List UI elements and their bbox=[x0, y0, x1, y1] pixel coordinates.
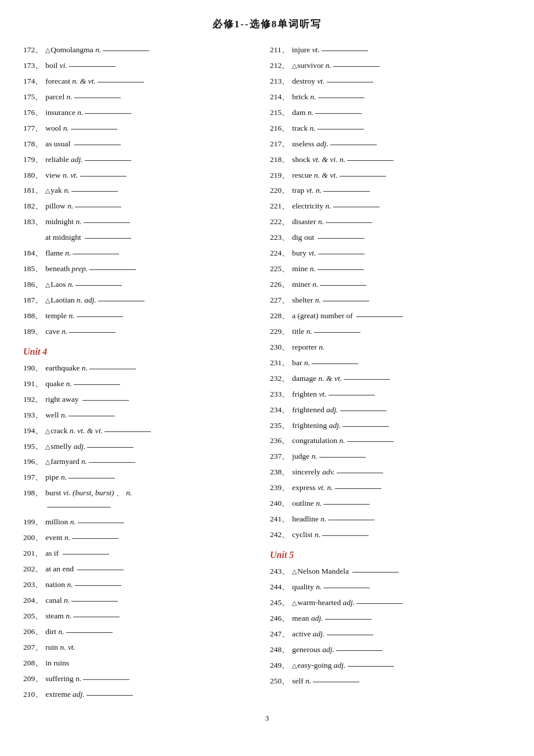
answer-line bbox=[103, 51, 149, 51]
entry-number: 211、 bbox=[270, 44, 290, 57]
list-item: 179、reliable adj. bbox=[23, 153, 264, 167]
entry-text: pillow n. bbox=[45, 200, 264, 213]
entry-text: Nelson Mandela bbox=[292, 565, 511, 578]
entry-number: 232、 bbox=[270, 372, 290, 386]
entry-text: rescue n. & vt. bbox=[292, 169, 511, 182]
entry-number: 229、 bbox=[270, 325, 290, 339]
list-item: 211、injure vt. bbox=[270, 44, 511, 57]
entry-text: judge n. bbox=[292, 450, 511, 463]
entry-number: 193、 bbox=[23, 409, 43, 422]
list-item: 194、crack n. vt. & vi. bbox=[23, 424, 264, 438]
answer-line bbox=[333, 66, 380, 67]
entry-text: bar n. bbox=[292, 357, 511, 370]
answer-line bbox=[333, 207, 380, 207]
triangle-icon bbox=[292, 661, 297, 669]
entry-number: 223、 bbox=[270, 231, 290, 244]
entry-text: as if bbox=[45, 547, 264, 560]
entry-text: shelter n. bbox=[292, 294, 511, 307]
list-item: 198、 burst vi. (burst, burst) 、 n. bbox=[23, 487, 264, 513]
list-item: 235、frightening adj. bbox=[270, 419, 511, 433]
entry-number: 188、 bbox=[23, 309, 43, 323]
triangle-icon bbox=[45, 45, 50, 54]
entry-number: 204、 bbox=[23, 594, 43, 607]
answer-line bbox=[337, 473, 383, 473]
list-item: 231、bar n. bbox=[270, 357, 511, 370]
list-item: 203、nation n. bbox=[23, 578, 264, 592]
list-item: 241、headline n. bbox=[270, 513, 511, 526]
answer-line bbox=[77, 316, 123, 317]
triangle-icon bbox=[45, 442, 50, 451]
list-item: 185、beneath prep. bbox=[23, 262, 264, 276]
answer-line bbox=[352, 572, 399, 573]
list-item: 197、pipe n. bbox=[23, 471, 264, 484]
list-item: 246、mean adj. bbox=[270, 612, 511, 625]
entry-number: 199、 bbox=[23, 516, 43, 529]
entry-number: 231、 bbox=[270, 357, 290, 370]
entry-text: useless adj. bbox=[292, 138, 511, 151]
answer-line bbox=[335, 488, 381, 489]
list-item: 217、useless adj. bbox=[270, 138, 511, 151]
entry-number: 244、 bbox=[270, 581, 290, 594]
entry-number: 233、 bbox=[270, 388, 290, 401]
answer-line bbox=[325, 619, 371, 620]
entry-text: ruin n. vt. bbox=[45, 641, 264, 654]
answer-line bbox=[74, 145, 121, 145]
entry-number: 189、 bbox=[23, 325, 43, 339]
entry-number: 247、 bbox=[270, 628, 290, 641]
triangle-icon bbox=[292, 61, 297, 70]
answer-line bbox=[322, 51, 368, 51]
list-item: 188、temple n. bbox=[23, 309, 264, 323]
answer-line bbox=[323, 301, 369, 301]
entry-number: 230、 bbox=[270, 341, 290, 354]
answer-line bbox=[347, 160, 394, 161]
entry-number: 190、 bbox=[23, 362, 43, 375]
entry-text: extreme adj. bbox=[45, 688, 264, 701]
entry-number: 222、 bbox=[270, 215, 290, 229]
entry-number: 242、 bbox=[270, 528, 290, 542]
list-item: 177、wool n. bbox=[23, 122, 264, 135]
answer-line bbox=[320, 285, 366, 286]
entry-number: 227、 bbox=[270, 294, 290, 307]
entry-text: express vt. n. bbox=[292, 481, 511, 495]
entry-number: 237、 bbox=[270, 450, 290, 463]
entry-number: 198、 bbox=[23, 487, 43, 500]
entry-text: mine n. bbox=[292, 262, 511, 276]
list-item: 240、outline n. bbox=[270, 497, 511, 510]
answer-line bbox=[323, 191, 370, 192]
entry-number: 180、 bbox=[23, 169, 43, 182]
answer-line bbox=[318, 254, 365, 254]
list-item: 249、easy-going adj. bbox=[270, 659, 511, 672]
answer-line bbox=[72, 538, 118, 539]
answer-line bbox=[318, 238, 365, 239]
entry-text: boil vi. bbox=[45, 59, 264, 73]
answer-line bbox=[317, 269, 364, 270]
entry-text: frightening adj. bbox=[292, 419, 511, 433]
list-item: 180、view n. vt. bbox=[23, 169, 264, 182]
list-item: 250、self n. bbox=[270, 675, 511, 688]
list-item: 234、frightened adj. bbox=[270, 404, 511, 417]
entry-number: 208、 bbox=[23, 657, 43, 670]
unit-heading: Unit 5 bbox=[270, 550, 511, 560]
list-item: 173、boil vi. bbox=[23, 59, 264, 73]
entry-number: 238、 bbox=[270, 466, 290, 479]
answer-line bbox=[71, 191, 118, 192]
list-item: 226、miner n. bbox=[270, 278, 511, 291]
entry-text: nation n. bbox=[45, 578, 264, 592]
list-item: 229、title n. bbox=[270, 325, 511, 339]
list-item: 196、farmyard n. bbox=[23, 455, 264, 469]
answer-line bbox=[77, 570, 124, 570]
answer-line bbox=[319, 457, 366, 458]
entry-text: damage n. & vt. bbox=[292, 372, 511, 386]
entry-number: 192、 bbox=[23, 393, 43, 406]
answer-line bbox=[330, 145, 377, 145]
entry-text: disaster n. bbox=[292, 215, 511, 229]
answer-line bbox=[323, 504, 370, 505]
page-number: 3 bbox=[23, 714, 511, 723]
entry-text: dam n. bbox=[292, 106, 511, 120]
answer-line bbox=[314, 332, 360, 333]
answer-line bbox=[356, 603, 403, 604]
list-item: 242、cyclist n. bbox=[270, 528, 511, 542]
list-item: 223、dig out bbox=[270, 231, 511, 244]
entry-text: suffering n. bbox=[45, 672, 264, 686]
answer-line bbox=[348, 666, 394, 667]
